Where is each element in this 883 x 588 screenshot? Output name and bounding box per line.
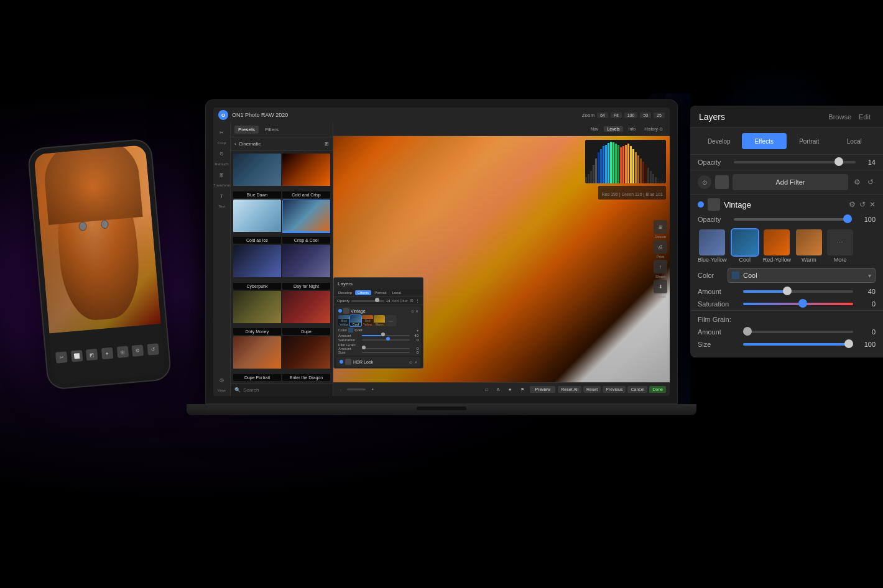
preset-cold-crisp[interactable]: Cold and Crisp <box>282 154 330 198</box>
mini-tab-develop[interactable]: Develop <box>336 290 354 295</box>
preset-cold-ice[interactable]: Cold as Ice <box>233 200 281 244</box>
lp-gear-icon[interactable]: ⚙ <box>852 177 862 187</box>
mini-color-chevron[interactable]: ▾ <box>417 328 418 333</box>
vt-red-yellow[interactable]: Red-Yellow <box>763 229 791 263</box>
reset-btn[interactable]: Reset <box>583 386 601 393</box>
preset-cyberpunk[interactable]: Cyberpunk <box>233 245 281 290</box>
nav-levels[interactable]: Levels <box>604 126 622 132</box>
phone-tool-settings[interactable]: ⚙ <box>132 345 144 357</box>
tab-presets[interactable]: Presets <box>234 126 259 134</box>
side-tool-print[interactable]: 🖨 <box>654 240 667 254</box>
vt-cool[interactable]: Cool <box>732 229 758 263</box>
tool-crop[interactable]: ✂ <box>216 126 228 139</box>
vintage-close-icon[interactable]: ✕ <box>869 200 876 209</box>
mini-vt-more[interactable]: ⋯ <box>386 315 397 326</box>
mini-sat-slider[interactable] <box>362 339 410 341</box>
saturation-slider[interactable] <box>743 303 853 305</box>
side-tool-export[interactable]: ⬇ <box>654 280 667 293</box>
fg-size-slider[interactable] <box>743 343 853 346</box>
lp-reset-icon[interactable]: ↺ <box>866 177 876 187</box>
tool-retouch[interactable]: ⊙ <box>216 147 228 160</box>
mini-amount-slider[interactable] <box>362 335 410 336</box>
tool-text[interactable]: T <box>216 190 228 202</box>
mini-tab-local[interactable]: Local <box>390 290 404 295</box>
nav-nav[interactable]: Nav <box>588 126 601 132</box>
preset-enter-dragon[interactable]: Enter the Dragon <box>282 336 330 381</box>
grid-icon[interactable]: ⊞ <box>325 141 329 147</box>
tab-filters[interactable]: Filters <box>261 126 282 134</box>
nav-history[interactable]: History ⊙ <box>641 126 666 132</box>
nav-info[interactable]: Info <box>626 126 639 132</box>
zoom-in-btn[interactable]: + <box>368 387 377 392</box>
phone-tool-crop[interactable]: ✂ <box>55 351 68 364</box>
zoom-value[interactable]: 64 <box>597 113 608 118</box>
vt-more[interactable]: ⋯ More <box>827 229 853 263</box>
preset-dirty-money[interactable]: Dirty Money <box>233 291 281 336</box>
zoom-50[interactable]: 50 <box>640 113 651 118</box>
preset-crisp-cool[interactable]: Crisp & Cool <box>282 200 330 244</box>
color-select-box[interactable]: Cool ▾ <box>728 268 876 283</box>
vintage-opacity-slider[interactable] <box>734 218 852 221</box>
zoom-100[interactable]: 100 <box>624 113 638 118</box>
mini-add-filter-btn[interactable]: Add Filter <box>392 299 408 303</box>
reset-all-btn[interactable]: Reset All <box>558 386 581 393</box>
amount-slider[interactable] <box>743 290 853 293</box>
lp-tab-develop[interactable]: Develop <box>696 133 742 149</box>
lp-tab-local[interactable]: Local <box>832 133 877 149</box>
lp-opacity-slider[interactable] <box>734 161 856 163</box>
a-btn[interactable]: A <box>494 387 503 392</box>
square-btn[interactable]: □ <box>483 387 491 392</box>
vt-blue-yellow[interactable]: Blue-Yellow <box>698 229 727 263</box>
layers-panel-edit[interactable]: Edit <box>855 112 874 122</box>
mini-hdr-x[interactable]: ✕ <box>414 360 417 364</box>
side-tool-resize[interactable]: ⊞ <box>654 220 667 234</box>
mini-hdr-vis[interactable]: ⊙ <box>409 360 412 364</box>
mini-dots-icon[interactable]: ⋮ <box>415 298 420 303</box>
done-btn[interactable]: Done <box>649 386 666 393</box>
mini-vt-red-yellow[interactable]: Red Yellow <box>362 315 373 326</box>
previous-btn[interactable]: Previous <box>603 386 626 393</box>
phone-tool-camera[interactable]: ⬜ <box>71 350 83 362</box>
mini-vintage-vis-icon[interactable]: ⊙ <box>411 309 414 313</box>
side-tool-share[interactable]: ↑ <box>654 260 667 273</box>
preview-btn[interactable]: Preview <box>530 386 555 393</box>
lp-add-filter-btn[interactable]: Add Filter <box>733 174 848 190</box>
preset-blue-dawn[interactable]: Blue Dawn <box>233 154 281 198</box>
star-btn[interactable]: ★ <box>505 387 515 393</box>
mini-fg-amount-slider[interactable] <box>362 348 410 349</box>
mini-vt-blue-yellow[interactable]: Blue Yellow <box>338 315 349 326</box>
fg-amount-slider[interactable] <box>743 331 853 333</box>
vintage-gear-icon[interactable]: ⚙ <box>849 200 856 209</box>
cancel-btn[interactable]: Cancel <box>627 386 647 393</box>
zoom-out-btn[interactable]: - <box>337 387 344 392</box>
tool-view[interactable]: ◎ <box>216 374 228 386</box>
mini-vt-cool[interactable]: Cool <box>350 315 361 326</box>
phone-tool-refresh[interactable]: ↺ <box>147 344 159 356</box>
mini-fg-size-slider[interactable] <box>362 352 410 353</box>
preset-search-input[interactable] <box>243 387 329 393</box>
mini-gear-icon[interactable]: ⚙ <box>410 298 414 303</box>
lp-tab-effects[interactable]: Effects <box>742 133 787 149</box>
tool-transform[interactable]: ⊞ <box>216 168 228 181</box>
preset-dupe[interactable]: Dupe <box>282 291 330 336</box>
preset-dupe-portrait[interactable]: Dupe Portrait <box>233 336 281 381</box>
zoom-25[interactable]: 25 <box>654 113 665 118</box>
lp-tab-portrait[interactable]: Portrait <box>787 133 832 149</box>
phone-tool-adjust[interactable]: ◩ <box>86 349 98 361</box>
mini-opacity-slider[interactable] <box>351 300 384 302</box>
zoom-fit[interactable]: Fit <box>611 113 622 118</box>
mini-vt-warm[interactable]: Warm <box>374 315 385 326</box>
lp-layer-eye-icon[interactable]: ⊙ <box>698 175 711 189</box>
flag-btn[interactable]: ⚑ <box>517 387 527 393</box>
preset-day-for-night[interactable]: Day for Night <box>282 245 330 290</box>
phone-tool-effects[interactable]: ✦ <box>101 347 114 360</box>
mini-tab-effects[interactable]: Effects <box>355 290 371 295</box>
mini-vintage-x-icon[interactable]: ✕ <box>415 309 418 313</box>
zoom-slider[interactable] <box>347 388 366 390</box>
mini-tab-portrait[interactable]: Portrait <box>372 290 389 295</box>
photo-canvas[interactable]: Red 196 | Green 126 | Blue 101 Layers De… <box>333 136 670 382</box>
vt-warm[interactable]: Warm <box>796 229 822 263</box>
phone-tool-share[interactable]: ⊞ <box>116 346 129 359</box>
layers-panel-browse[interactable]: Browse <box>825 112 855 122</box>
vintage-reset-icon[interactable]: ↺ <box>859 200 866 209</box>
